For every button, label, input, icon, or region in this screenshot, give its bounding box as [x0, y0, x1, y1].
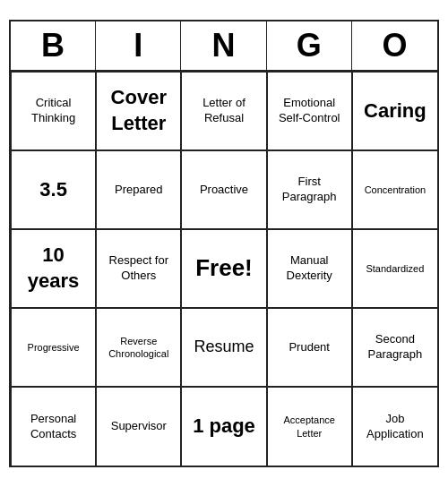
bingo-cell: Free! — [181, 229, 266, 308]
bingo-cell: Emotional Self-Control — [267, 72, 352, 150]
bingo-cell: Acceptance Letter — [267, 387, 352, 466]
bingo-cell: Supervisor — [96, 387, 181, 466]
bingo-header: B I N G O — [11, 21, 437, 72]
bingo-cell: Cover Letter — [96, 72, 181, 150]
bingo-cell: Job Application — [352, 387, 437, 466]
bingo-cell: Respect for Others — [96, 229, 181, 308]
bingo-cell: Manual Dexterity — [267, 229, 352, 308]
bingo-card: B I N G O Critical ThinkingCover LetterL… — [9, 20, 439, 467]
letter-n: N — [181, 21, 266, 70]
letter-g: G — [267, 21, 352, 70]
bingo-grid: Critical ThinkingCover LetterLetter of R… — [11, 72, 437, 466]
letter-i: I — [96, 21, 181, 70]
bingo-cell: Prepared — [96, 150, 181, 229]
bingo-cell: Critical Thinking — [11, 72, 96, 150]
bingo-cell: Reverse Chronological — [96, 308, 181, 387]
bingo-cell: Prudent — [267, 308, 352, 387]
bingo-cell: Standardized — [352, 229, 437, 308]
bingo-cell: 3.5 — [11, 150, 96, 229]
bingo-cell: Personal Contacts — [11, 387, 96, 466]
bingo-cell: First Paragraph — [267, 150, 352, 229]
bingo-cell: Progressive — [11, 308, 96, 387]
bingo-cell: Caring — [352, 72, 437, 150]
bingo-cell: Resume — [181, 308, 266, 387]
letter-b: B — [11, 21, 96, 70]
letter-o: O — [352, 21, 437, 70]
bingo-cell: Letter of Refusal — [181, 72, 266, 150]
bingo-cell: Proactive — [181, 150, 266, 229]
bingo-cell: Concentration — [352, 150, 437, 229]
bingo-cell: 10 years — [11, 229, 96, 308]
bingo-cell: 1 page — [181, 387, 266, 466]
bingo-cell: Second Paragraph — [352, 308, 437, 387]
